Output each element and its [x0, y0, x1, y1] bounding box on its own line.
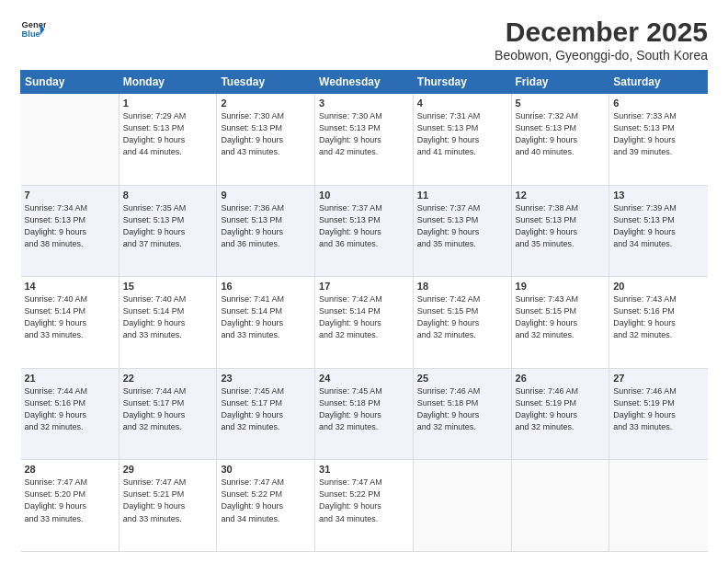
calendar-header-saturday: Saturday [609, 71, 708, 94]
calendar-cell: 21Sunrise: 7:44 AMSunset: 5:16 PMDayligh… [21, 368, 119, 460]
day-number: 20 [613, 281, 703, 292]
calendar-cell: 15Sunrise: 7:40 AMSunset: 5:14 PMDayligh… [119, 277, 217, 369]
day-info: Sunrise: 7:43 AMSunset: 5:15 PMDaylight:… [516, 293, 606, 341]
day-number: 3 [319, 98, 409, 109]
day-number: 15 [123, 281, 213, 292]
calendar-cell [511, 460, 609, 552]
main-title: December 2025 [495, 17, 708, 48]
day-number: 11 [417, 190, 507, 201]
day-number: 23 [221, 373, 311, 384]
calendar-cell: 12Sunrise: 7:38 AMSunset: 5:13 PMDayligh… [511, 185, 609, 277]
day-info: Sunrise: 7:47 AMSunset: 5:21 PMDaylight:… [123, 477, 213, 524]
svg-text:Blue: Blue [22, 29, 40, 39]
calendar-week-row: 28Sunrise: 7:47 AMSunset: 5:20 PMDayligh… [21, 460, 708, 552]
day-info: Sunrise: 7:40 AMSunset: 5:14 PMDaylight:… [123, 293, 213, 341]
day-number: 31 [319, 464, 409, 475]
calendar-cell: 17Sunrise: 7:42 AMSunset: 5:14 PMDayligh… [315, 277, 414, 369]
day-number: 2 [221, 98, 311, 109]
calendar-cell: 22Sunrise: 7:44 AMSunset: 5:17 PMDayligh… [119, 368, 217, 460]
calendar-week-row: 1Sunrise: 7:29 AMSunset: 5:13 PMDaylight… [21, 94, 708, 186]
calendar-cell: 18Sunrise: 7:42 AMSunset: 5:15 PMDayligh… [413, 277, 511, 369]
day-number: 9 [221, 190, 311, 201]
day-info: Sunrise: 7:46 AMSunset: 5:18 PMDaylight:… [417, 385, 507, 433]
calendar-header-wednesday: Wednesday [315, 71, 414, 94]
calendar-week-row: 21Sunrise: 7:44 AMSunset: 5:16 PMDayligh… [21, 368, 708, 460]
day-info: Sunrise: 7:45 AMSunset: 5:17 PMDaylight:… [221, 385, 311, 433]
day-info: Sunrise: 7:39 AMSunset: 5:13 PMDaylight:… [613, 202, 703, 250]
day-number: 18 [417, 281, 507, 292]
day-info: Sunrise: 7:42 AMSunset: 5:14 PMDaylight:… [319, 293, 409, 341]
day-number: 6 [613, 98, 703, 109]
day-number: 4 [417, 98, 507, 109]
calendar-cell: 26Sunrise: 7:46 AMSunset: 5:19 PMDayligh… [511, 368, 609, 460]
calendar-cell: 4Sunrise: 7:31 AMSunset: 5:13 PMDaylight… [413, 94, 511, 186]
calendar-cell [21, 94, 119, 186]
day-number: 16 [221, 281, 311, 292]
page: General Blue December 2025 Beobwon, Gyeo… [0, 0, 728, 563]
day-info: Sunrise: 7:46 AMSunset: 5:19 PMDaylight:… [613, 385, 703, 433]
day-info: Sunrise: 7:46 AMSunset: 5:19 PMDaylight:… [516, 385, 606, 433]
calendar-cell: 14Sunrise: 7:40 AMSunset: 5:14 PMDayligh… [21, 277, 119, 369]
day-info: Sunrise: 7:41 AMSunset: 5:14 PMDaylight:… [221, 293, 311, 341]
title-block: December 2025 Beobwon, Gyeonggi-do, Sout… [495, 17, 708, 63]
day-info: Sunrise: 7:29 AMSunset: 5:13 PMDaylight:… [123, 110, 213, 158]
day-number: 1 [123, 98, 213, 109]
day-info: Sunrise: 7:47 AMSunset: 5:20 PMDaylight:… [25, 477, 115, 524]
calendar-cell: 16Sunrise: 7:41 AMSunset: 5:14 PMDayligh… [217, 277, 315, 369]
calendar-cell: 2Sunrise: 7:30 AMSunset: 5:13 PMDaylight… [217, 94, 315, 186]
day-number: 22 [123, 373, 213, 384]
day-info: Sunrise: 7:44 AMSunset: 5:17 PMDaylight:… [123, 385, 213, 433]
calendar-table: SundayMondayTuesdayWednesdayThursdayFrid… [20, 70, 708, 552]
day-info: Sunrise: 7:37 AMSunset: 5:13 PMDaylight:… [417, 202, 507, 250]
subtitle: Beobwon, Gyeonggi-do, South Korea [495, 48, 708, 63]
day-number: 12 [516, 190, 606, 201]
logo-icon: General Blue [20, 17, 46, 42]
calendar-cell: 7Sunrise: 7:34 AMSunset: 5:13 PMDaylight… [21, 185, 119, 277]
calendar-header-monday: Monday [119, 71, 217, 94]
day-number: 21 [25, 373, 115, 384]
day-info: Sunrise: 7:38 AMSunset: 5:13 PMDaylight:… [516, 202, 606, 250]
day-number: 7 [25, 190, 115, 201]
calendar-cell: 28Sunrise: 7:47 AMSunset: 5:20 PMDayligh… [21, 460, 119, 552]
day-number: 26 [516, 373, 606, 384]
calendar-cell: 3Sunrise: 7:30 AMSunset: 5:13 PMDaylight… [315, 94, 414, 186]
day-number: 28 [25, 464, 115, 475]
calendar-cell: 30Sunrise: 7:47 AMSunset: 5:22 PMDayligh… [217, 460, 315, 552]
calendar-header-thursday: Thursday [413, 71, 511, 94]
calendar-cell: 9Sunrise: 7:36 AMSunset: 5:13 PMDaylight… [217, 185, 315, 277]
calendar-cell: 27Sunrise: 7:46 AMSunset: 5:19 PMDayligh… [609, 368, 708, 460]
day-number: 17 [319, 281, 409, 292]
day-info: Sunrise: 7:31 AMSunset: 5:13 PMDaylight:… [417, 110, 507, 158]
calendar-cell: 25Sunrise: 7:46 AMSunset: 5:18 PMDayligh… [413, 368, 511, 460]
day-number: 30 [221, 464, 311, 475]
calendar-cell: 10Sunrise: 7:37 AMSunset: 5:13 PMDayligh… [315, 185, 414, 277]
day-number: 8 [123, 190, 213, 201]
day-number: 24 [319, 373, 409, 384]
day-info: Sunrise: 7:47 AMSunset: 5:22 PMDaylight:… [221, 477, 311, 524]
day-info: Sunrise: 7:35 AMSunset: 5:13 PMDaylight:… [123, 202, 213, 250]
day-info: Sunrise: 7:44 AMSunset: 5:16 PMDaylight:… [25, 385, 115, 433]
calendar-cell: 1Sunrise: 7:29 AMSunset: 5:13 PMDaylight… [119, 94, 217, 186]
day-info: Sunrise: 7:37 AMSunset: 5:13 PMDaylight:… [319, 202, 409, 250]
day-number: 13 [613, 190, 703, 201]
calendar-header-sunday: Sunday [21, 71, 119, 94]
day-info: Sunrise: 7:40 AMSunset: 5:14 PMDaylight:… [25, 293, 115, 341]
day-number: 25 [417, 373, 507, 384]
calendar-cell: 24Sunrise: 7:45 AMSunset: 5:18 PMDayligh… [315, 368, 414, 460]
header: General Blue December 2025 Beobwon, Gyeo… [20, 17, 708, 63]
day-number: 27 [613, 373, 703, 384]
calendar-cell: 20Sunrise: 7:43 AMSunset: 5:16 PMDayligh… [609, 277, 708, 369]
day-number: 10 [319, 190, 409, 201]
day-number: 29 [123, 464, 213, 475]
calendar-cell [609, 460, 708, 552]
calendar-header-row: SundayMondayTuesdayWednesdayThursdayFrid… [21, 71, 708, 94]
calendar-cell: 23Sunrise: 7:45 AMSunset: 5:17 PMDayligh… [217, 368, 315, 460]
calendar-cell: 5Sunrise: 7:32 AMSunset: 5:13 PMDaylight… [511, 94, 609, 186]
calendar-week-row: 14Sunrise: 7:40 AMSunset: 5:14 PMDayligh… [21, 277, 708, 369]
calendar-header-friday: Friday [511, 71, 609, 94]
calendar-cell: 11Sunrise: 7:37 AMSunset: 5:13 PMDayligh… [413, 185, 511, 277]
day-info: Sunrise: 7:33 AMSunset: 5:13 PMDaylight:… [613, 110, 703, 158]
calendar-cell: 31Sunrise: 7:47 AMSunset: 5:22 PMDayligh… [315, 460, 414, 552]
logo: General Blue [20, 17, 46, 42]
calendar-cell: 6Sunrise: 7:33 AMSunset: 5:13 PMDaylight… [609, 94, 708, 186]
